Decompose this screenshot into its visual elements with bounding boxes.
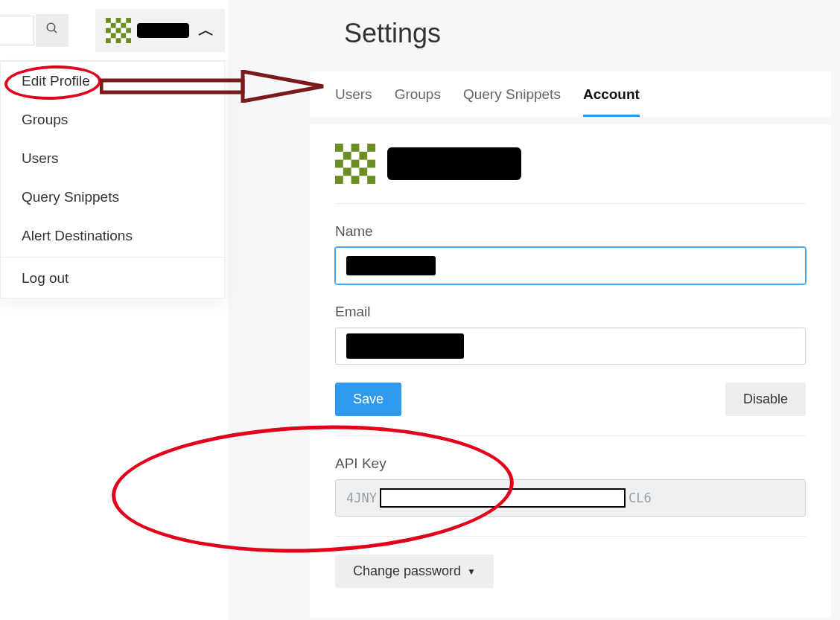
avatar-identicon [106,18,131,43]
tab-query-snippets[interactable]: Query Snippets [463,86,561,117]
svg-rect-5 [126,18,131,23]
user-menu-toggle[interactable]: ︿ [95,9,225,52]
change-password-label: Change password [353,563,461,579]
svg-rect-27 [335,176,343,184]
svg-rect-23 [351,160,360,168]
svg-rect-21 [359,152,367,160]
apikey-block: API Key 4JNY CL6 [335,456,806,517]
svg-rect-24 [367,160,375,168]
menu-item-logout[interactable]: Log out [1,259,224,298]
svg-rect-28 [351,176,360,184]
name-field-block: Name [335,223,806,284]
settings-tabs: Users Groups Query Snippets Account [310,71,831,117]
search-field-edge[interactable] [0,16,34,45]
page-title: Settings [344,18,831,49]
svg-rect-10 [126,28,131,33]
svg-rect-11 [111,33,116,38]
apikey-label: API Key [335,456,806,472]
svg-rect-13 [106,38,111,43]
svg-rect-29 [367,176,375,184]
apikey-prefix: 4JNY [346,490,377,505]
apikey-redacted [380,488,626,508]
svg-rect-3 [106,18,111,23]
menu-item-edit-profile[interactable]: Edit Profile [1,62,224,100]
name-input[interactable] [335,247,806,284]
svg-rect-6 [111,22,116,28]
profile-name-redacted [387,147,521,180]
menu-separator [1,257,224,258]
search-icon [45,22,59,39]
menu-item-query-snippets[interactable]: Query Snippets [1,178,224,217]
left-panel: ︿ Edit Profile Groups Users Query Snippe… [0,0,228,620]
svg-rect-18 [351,144,360,152]
svg-rect-26 [359,167,367,176]
email-field-block: Email [335,304,806,365]
svg-rect-12 [121,33,126,38]
top-bar: ︿ [0,0,228,61]
form-actions: Save Disable [335,383,806,436]
svg-rect-15 [126,38,131,43]
svg-rect-14 [116,38,121,43]
tab-account[interactable]: Account [583,86,640,117]
email-value-redacted [346,333,464,359]
divider [335,536,806,537]
change-password-button[interactable]: Change password ▼ [335,555,494,588]
name-value-redacted [346,256,436,275]
save-button[interactable]: Save [335,383,401,416]
email-input[interactable] [335,327,806,365]
username-redacted [137,23,189,38]
chevron-up-icon: ︿ [198,19,214,42]
tab-groups[interactable]: Groups [395,86,441,117]
svg-rect-19 [367,144,375,152]
svg-rect-7 [121,22,126,28]
svg-point-0 [47,23,55,31]
tab-users[interactable]: Users [335,86,372,117]
caret-down-icon: ▼ [467,566,476,577]
menu-item-users[interactable]: Users [1,139,224,178]
svg-rect-20 [343,152,351,160]
svg-rect-17 [335,144,343,152]
disable-button[interactable]: Disable [725,383,806,416]
settings-main: Settings Users Groups Query Snippets Acc… [310,0,831,620]
svg-rect-8 [106,28,111,33]
avatar-identicon-large [335,144,375,184]
email-label: Email [335,304,806,320]
account-panel: Name Email Save Disable API Key 4JNY CL6 [310,124,831,618]
search-button[interactable] [36,14,69,47]
profile-header [335,144,806,204]
menu-item-alert-destinations[interactable]: Alert Destinations [1,217,224,255]
apikey-value[interactable]: 4JNY CL6 [335,479,806,517]
svg-line-1 [54,30,57,33]
name-label: Name [335,223,806,240]
user-dropdown: Edit Profile Groups Users Query Snippets… [0,61,225,298]
svg-rect-9 [116,28,121,33]
menu-item-groups[interactable]: Groups [1,100,224,139]
svg-rect-25 [343,167,351,176]
svg-rect-22 [335,160,343,168]
apikey-suffix: CL6 [629,490,652,505]
svg-rect-4 [116,18,121,23]
